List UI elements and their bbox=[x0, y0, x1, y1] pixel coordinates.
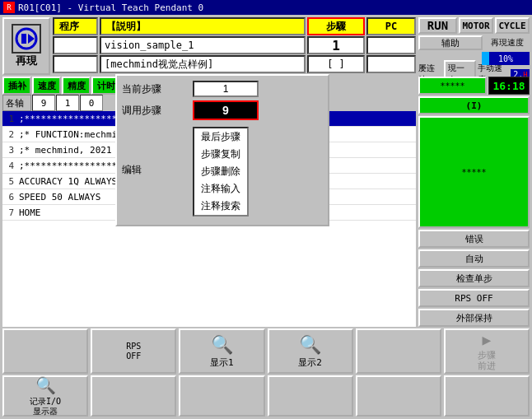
pc-value bbox=[366, 36, 416, 54]
bottom-panel: RPS OFF 🔍 显示1 🔍 显示2 ▶ 步骤前进 bbox=[2, 328, 530, 417]
popup-menu-item[interactable]: 步骤复制 bbox=[194, 146, 247, 163]
display1-icon: 🔍 bbox=[211, 334, 233, 355]
popup-current-step-row: 当前步骤 bbox=[122, 81, 323, 97]
time-display: 16:18 bbox=[488, 77, 530, 95]
right-status-row: ***** 16:18 bbox=[418, 77, 530, 95]
aux-speed-row: 辅助 再現速度 bbox=[418, 35, 530, 50]
title-bar: R R01[C01] - Virtual Teach Pendant 0 bbox=[0, 0, 532, 15]
step-value: 1 bbox=[307, 36, 365, 54]
status-box: (I) bbox=[418, 96, 530, 114]
current-step-input[interactable] bbox=[193, 81, 259, 97]
step-forward-icon: ▶ bbox=[483, 331, 492, 348]
popup-menu-item[interactable]: 注释输入 bbox=[194, 180, 247, 198]
app-icon: R bbox=[3, 2, 15, 13]
interp-label[interactable]: 插补 bbox=[2, 77, 31, 95]
bottom-btn-empty-2[interactable] bbox=[356, 328, 441, 374]
program-name-cell bbox=[53, 36, 98, 54]
description-label: 【説明】 bbox=[100, 17, 306, 35]
top-row: 再現 程序 【説明】 步驟 PC vision bbox=[2, 17, 530, 75]
rps-off-bottom-button[interactable]: RPS OFF bbox=[91, 328, 176, 374]
axes-val-2: 1 bbox=[56, 95, 79, 111]
ext-hold-button[interactable]: 外部保持 bbox=[418, 309, 530, 327]
popup-menu-item[interactable]: 步骤删除 bbox=[194, 163, 247, 180]
record-io-label: 记录I/O显示器 bbox=[30, 397, 61, 417]
stars-box-1: ***** bbox=[418, 77, 487, 95]
display2-icon: 🔍 bbox=[299, 334, 321, 355]
run-button[interactable]: RUN bbox=[418, 17, 457, 34]
bottom-btn2-empty-3[interactable] bbox=[268, 375, 353, 417]
replay-label: 再現 bbox=[16, 54, 37, 68]
step-forward-label: 步骤前进 bbox=[478, 350, 496, 371]
popup-edit-row: 编辑 最后步骤步骤复制步骤删除注释输入注释搜索 bbox=[122, 123, 323, 216]
current-step-label: 当前步骤 bbox=[122, 82, 188, 96]
replay-icon bbox=[13, 26, 40, 52]
error-button[interactable]: 错误 bbox=[418, 230, 530, 248]
pc-sub-value bbox=[366, 55, 416, 73]
display1-label: 显示1 bbox=[210, 356, 234, 369]
axes-val-3: 0 bbox=[80, 95, 103, 111]
svg-rect-1 bbox=[21, 34, 26, 44]
pc-header: PC bbox=[366, 17, 416, 35]
popup-menu-item[interactable]: 注释搜索 bbox=[194, 198, 247, 215]
svg-marker-2 bbox=[28, 34, 35, 44]
speed-label[interactable]: 速度 bbox=[32, 77, 61, 95]
aux-button[interactable]: 辅助 bbox=[418, 35, 483, 50]
bottom-btn2-empty-4[interactable] bbox=[356, 375, 441, 417]
program-name-value: vision_sample_1 bbox=[100, 36, 306, 54]
run-motor-cycle-row: RUN MOTOR CYCLE bbox=[418, 17, 530, 34]
rps-label: RPS OFF bbox=[126, 342, 141, 361]
program-name-row: vision_sample_1 1 bbox=[53, 36, 416, 54]
step-popup: 当前步骤 调用步骤 编辑 最后步骤步骤复制步骤删除注释输入注释搜索 bbox=[115, 74, 329, 226]
auto-button[interactable]: 自动 bbox=[418, 249, 530, 268]
popup-call-step-row: 调用步骤 bbox=[122, 100, 323, 120]
bottom-btn2-empty-2[interactable] bbox=[179, 375, 264, 417]
stars-box-2: ***** bbox=[418, 116, 530, 228]
precision-label[interactable]: 精度 bbox=[62, 77, 91, 95]
program-header-row: 程序 【説明】 步驟 PC bbox=[53, 17, 416, 35]
record-io-icon: 🔍 bbox=[35, 375, 56, 395]
code-right: ***** 16:18 (I) ***** 错误 自动 检查单步 RPS OFF bbox=[418, 77, 530, 327]
popup-menu: 最后步骤步骤复制步骤删除注释输入注释搜索 bbox=[193, 127, 249, 216]
step-forward-button[interactable]: ▶ 步骤前进 bbox=[444, 328, 530, 374]
bottom-btn2-empty-1[interactable] bbox=[91, 375, 176, 417]
motor-button[interactable]: MOTOR bbox=[459, 17, 493, 34]
replay-button[interactable]: 再現 bbox=[2, 17, 50, 75]
speed-bar-container[interactable]: 10% bbox=[482, 52, 530, 65]
call-step-label: 调用步骤 bbox=[122, 104, 188, 118]
bottom-btn2-empty-5[interactable] bbox=[444, 375, 530, 417]
program-comment-cell bbox=[53, 55, 98, 73]
bottom-btn-empty-1[interactable] bbox=[2, 328, 88, 374]
bottom-btn-row-2: 🔍 记录I/O显示器 bbox=[2, 375, 530, 417]
step-sub-value: [ ] bbox=[307, 55, 365, 73]
speed-text: 10% bbox=[482, 54, 530, 63]
display2-button[interactable]: 🔍 显示2 bbox=[268, 328, 353, 374]
rps-off-button[interactable]: RPS OFF bbox=[418, 289, 530, 307]
display2-label: 显示2 bbox=[298, 356, 322, 369]
replay-speed-label: 再現速度 bbox=[484, 35, 530, 50]
replay-icon-box bbox=[12, 24, 41, 54]
axes-label: 各轴 bbox=[2, 95, 31, 111]
cycle-button[interactable]: CYCLE bbox=[495, 17, 530, 34]
record-io-button[interactable]: 🔍 记录I/O显示器 bbox=[2, 375, 88, 417]
edit-label: 编辑 bbox=[122, 163, 188, 177]
call-step-input[interactable] bbox=[193, 100, 259, 120]
popup-menu-item[interactable]: 最后步骤 bbox=[194, 128, 247, 146]
program-info-area: 程序 【説明】 步驟 PC vision_sample_1 1 bbox=[53, 17, 416, 75]
display1-button[interactable]: 🔍 显示1 bbox=[179, 328, 264, 374]
right-controls-panel: RUN MOTOR CYCLE 辅助 再現速度 10% bbox=[418, 17, 530, 75]
axes-val-1: 9 bbox=[32, 95, 55, 111]
step-header: 步驟 bbox=[307, 17, 365, 35]
program-label: 程序 bbox=[53, 17, 98, 35]
check-step-button[interactable]: 检查单步 bbox=[418, 269, 530, 287]
program-comment-row: [mechmind视觉点样例] [ ] bbox=[53, 55, 416, 73]
program-comment-value: [mechmind视觉点样例] bbox=[100, 55, 306, 73]
bottom-btn-row-1: RPS OFF 🔍 显示1 🔍 显示2 ▶ 步骤前进 bbox=[2, 328, 530, 374]
title-text: R01[C01] - Virtual Teach Pendant 0 bbox=[18, 2, 203, 13]
